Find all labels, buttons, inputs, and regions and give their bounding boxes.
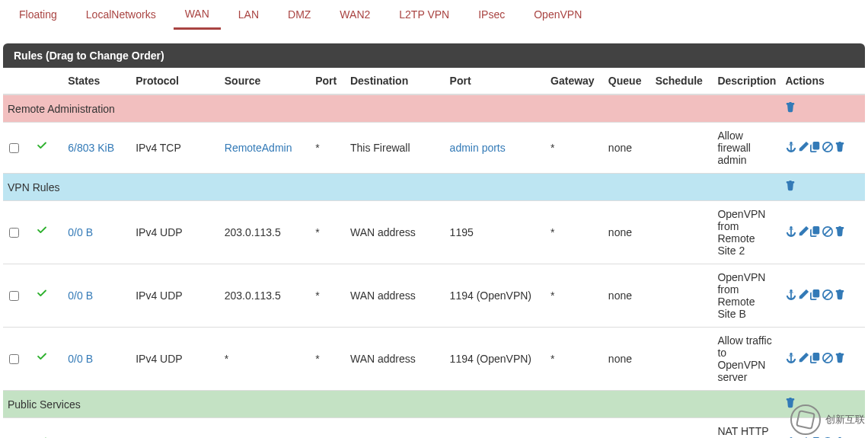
tab-wan[interactable]: WAN bbox=[174, 0, 221, 30]
pass-icon: rrentColor"> bbox=[37, 353, 48, 366]
source-cell[interactable]: RemoteAdmin bbox=[220, 123, 311, 174]
description-cell: NAT HTTP to web server bbox=[713, 418, 780, 439]
destination-cell: 10.3.0.15 bbox=[346, 418, 445, 439]
states-link[interactable]: 0/0 B bbox=[68, 353, 93, 365]
select-rule-checkbox[interactable] bbox=[9, 291, 19, 301]
source-port-cell: * bbox=[311, 201, 346, 264]
delete-icon[interactable] bbox=[834, 226, 845, 239]
source-port-cell: * bbox=[311, 418, 346, 439]
rule-row[interactable]: rrentColor">6/803 KiBIPv4 TCPRemoteAdmin… bbox=[3, 123, 865, 174]
select-rule-checkbox[interactable] bbox=[9, 228, 19, 238]
header-actions: Actions bbox=[780, 68, 865, 94]
header-description: Description bbox=[713, 68, 780, 94]
protocol-cell: IPv4 UDP bbox=[131, 264, 220, 328]
destination-port-cell[interactable]: admin ports bbox=[445, 123, 546, 174]
delete-icon[interactable] bbox=[834, 289, 845, 302]
edit-icon[interactable] bbox=[798, 289, 809, 302]
destination-cell: WAN address bbox=[346, 201, 445, 264]
delete-separator-icon[interactable] bbox=[785, 103, 796, 115]
source-cell: 203.0.113.5 bbox=[220, 201, 311, 264]
disable-icon[interactable] bbox=[822, 353, 833, 366]
destination-cell: WAN address bbox=[346, 264, 445, 328]
destination-cell: This Firewall bbox=[346, 123, 445, 174]
protocol-cell: IPv4 UDP bbox=[131, 201, 220, 264]
protocol-cell: IPv4 TCP bbox=[131, 418, 220, 439]
schedule-cell bbox=[651, 328, 713, 391]
header-dst-port: Port bbox=[445, 68, 546, 94]
edit-icon[interactable] bbox=[798, 353, 809, 366]
delete-icon[interactable] bbox=[834, 142, 845, 155]
gateway-cell: * bbox=[546, 201, 604, 264]
select-rule-checkbox[interactable] bbox=[9, 143, 19, 153]
tab-dmz[interactable]: DMZ bbox=[276, 1, 322, 30]
edit-icon[interactable] bbox=[798, 226, 809, 239]
tab-l2tp-vpn[interactable]: L2TP VPN bbox=[388, 1, 461, 30]
anchor-icon[interactable] bbox=[786, 289, 796, 302]
tab-lan[interactable]: LAN bbox=[227, 1, 270, 30]
separator-row[interactable]: Public Services bbox=[3, 391, 865, 418]
separator-label: Public Services bbox=[3, 391, 780, 418]
header-destination: Destination bbox=[346, 68, 445, 94]
table-header-row: States Protocol Source Port Destination … bbox=[3, 68, 865, 94]
rule-row[interactable]: rrentColor">0/0 BIPv4 UDP**WAN address11… bbox=[3, 328, 865, 391]
destination-port-cell: 1195 bbox=[445, 201, 546, 264]
anchor-icon[interactable] bbox=[786, 226, 796, 239]
select-rule-checkbox[interactable] bbox=[9, 354, 19, 364]
schedule-cell bbox=[651, 264, 713, 328]
header-checkbox bbox=[3, 68, 32, 94]
header-status bbox=[32, 68, 64, 94]
pass-icon: rrentColor"> bbox=[37, 227, 48, 239]
states-link[interactable]: 0/0 B bbox=[68, 289, 93, 302]
header-queue: Queue bbox=[604, 68, 651, 94]
rule-row[interactable]: rrentColor">0/0 BIPv4 UDP203.0.113.5*WAN… bbox=[3, 201, 865, 264]
states-link[interactable]: 0/0 B bbox=[68, 226, 93, 238]
copy-icon[interactable] bbox=[810, 289, 821, 302]
copy-icon[interactable] bbox=[810, 353, 821, 366]
source-cell: * bbox=[220, 328, 311, 391]
rule-row[interactable]: rrentColor">0/0 BIPv4 TCP**10.3.0.1580 (… bbox=[3, 418, 865, 439]
tab-localnetworks[interactable]: LocalNetworks bbox=[75, 1, 168, 30]
schedule-cell bbox=[651, 418, 713, 439]
tab-ipsec[interactable]: IPsec bbox=[467, 1, 516, 30]
source-port-cell: * bbox=[311, 264, 346, 328]
delete-separator-icon[interactable] bbox=[785, 398, 796, 411]
queue-cell: none bbox=[604, 328, 651, 391]
disable-icon[interactable] bbox=[822, 142, 833, 155]
destination-port-cell: 80 (HTTP) bbox=[445, 418, 546, 439]
queue-cell: none bbox=[604, 418, 651, 439]
protocol-cell: IPv4 TCP bbox=[131, 123, 220, 174]
anchor-icon[interactable] bbox=[786, 142, 796, 155]
panel-title: Rules (Drag to Change Order) bbox=[3, 43, 865, 68]
separator-row[interactable]: VPN Rules bbox=[3, 174, 865, 201]
states-link[interactable]: 6/803 KiB bbox=[68, 142, 114, 154]
anchor-icon[interactable] bbox=[786, 353, 796, 366]
schedule-cell bbox=[651, 123, 713, 174]
header-source: Source bbox=[220, 68, 311, 94]
tab-openvpn[interactable]: OpenVPN bbox=[522, 1, 593, 30]
delete-separator-icon[interactable] bbox=[785, 181, 796, 193]
tab-floating[interactable]: Floating bbox=[8, 1, 69, 30]
tab-wan2[interactable]: WAN2 bbox=[328, 1, 381, 30]
source-port-cell: * bbox=[311, 123, 346, 174]
pass-icon: rrentColor"> bbox=[37, 142, 48, 155]
gateway-cell: * bbox=[546, 264, 604, 328]
separator-row[interactable]: Remote Administration bbox=[3, 94, 865, 123]
rule-row[interactable]: rrentColor">0/0 BIPv4 UDP203.0.113.5*WAN… bbox=[3, 264, 865, 328]
description-cell: OpenVPN from Remote Site B bbox=[713, 264, 780, 328]
copy-icon[interactable] bbox=[810, 226, 821, 239]
gateway-cell: * bbox=[546, 123, 604, 174]
copy-icon[interactable] bbox=[810, 142, 821, 155]
disable-icon[interactable] bbox=[822, 289, 833, 302]
separator-label: Remote Administration bbox=[3, 94, 780, 123]
queue-cell: none bbox=[604, 264, 651, 328]
rules-table: States Protocol Source Port Destination … bbox=[3, 68, 865, 438]
separator-label: VPN Rules bbox=[3, 174, 780, 201]
edit-icon[interactable] bbox=[798, 142, 809, 155]
disable-icon[interactable] bbox=[822, 226, 833, 239]
destination-cell: WAN address bbox=[346, 328, 445, 391]
header-protocol: Protocol bbox=[131, 68, 220, 94]
delete-icon[interactable] bbox=[834, 353, 845, 366]
header-src-port: Port bbox=[311, 68, 346, 94]
interface-tabs: FloatingLocalNetworksWANLANDMZWAN2L2TP V… bbox=[0, 0, 868, 30]
description-cell: OpenVPN from Remote Site 2 bbox=[713, 201, 780, 264]
